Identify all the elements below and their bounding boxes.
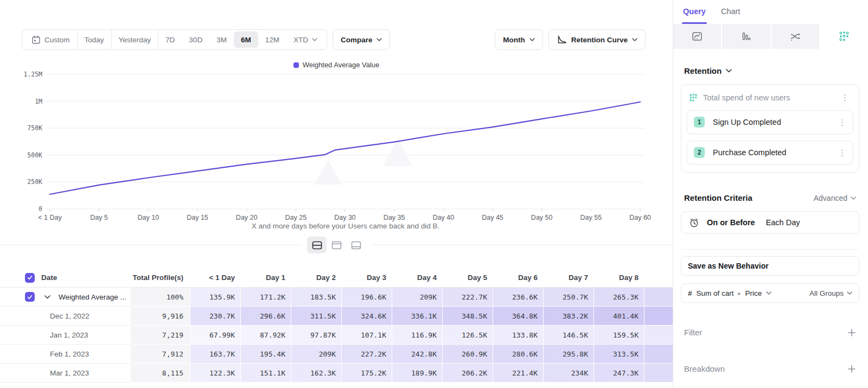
save-as-new-behavior-button[interactable]: Save as New Behavior bbox=[681, 256, 859, 276]
criteria-mode-dropdown[interactable]: Advanced bbox=[814, 194, 856, 202]
condition-window[interactable]: Each Day bbox=[766, 218, 800, 227]
flows-icon[interactable] bbox=[771, 24, 819, 49]
retention-cell[interactable]: 122.3K bbox=[190, 364, 240, 383]
range-yesterday[interactable]: Yesterday bbox=[112, 29, 159, 50]
retention-cell[interactable] bbox=[644, 307, 673, 326]
retention-cell[interactable]: 311.5K bbox=[291, 307, 341, 326]
range-3m[interactable]: 3M bbox=[209, 31, 234, 48]
retention-cell[interactable]: 383.2K bbox=[543, 307, 593, 326]
x-tick-label: Day 25 bbox=[285, 214, 307, 221]
table-only-toggle[interactable] bbox=[346, 237, 366, 253]
retention-cell[interactable]: 97.87K bbox=[291, 326, 341, 345]
retention-section-dropdown[interactable]: Retention bbox=[684, 66, 859, 75]
retention-cell[interactable]: 296.6K bbox=[240, 307, 291, 326]
retention-cell[interactable]: 151.1K bbox=[240, 364, 291, 383]
measure-subproperty[interactable]: Price bbox=[745, 289, 762, 297]
sidebar-tabs: Query Chart bbox=[673, 0, 868, 24]
expand-chevron-icon[interactable] bbox=[44, 295, 50, 299]
retention-cell[interactable]: 209K bbox=[291, 345, 341, 364]
compare-button[interactable]: Compare bbox=[333, 29, 391, 50]
retention-cell[interactable]: 260.9K bbox=[442, 345, 493, 364]
range-12m[interactable]: 12M bbox=[258, 31, 286, 48]
retention-cell[interactable]: 163.7K bbox=[190, 345, 240, 364]
query-sidebar: Query Chart Retention bbox=[673, 0, 868, 388]
retention-cell[interactable]: 236.6K bbox=[493, 288, 543, 307]
step-purchase-completed[interactable]: 2 Purchase Completed ⋮ bbox=[687, 141, 853, 164]
retention-cell[interactable]: 280.6K bbox=[493, 345, 543, 364]
retention-dots-icon[interactable] bbox=[820, 24, 868, 49]
measure-property-dropdown[interactable]: Sum of cart bbox=[697, 289, 734, 297]
bar-chart-icon[interactable] bbox=[722, 24, 770, 49]
table-row: Jan 1, 20237,21967.99K87.92K97.87K107.1K… bbox=[0, 326, 673, 345]
retention-cell[interactable]: 209K bbox=[392, 288, 442, 307]
retention-cell[interactable] bbox=[644, 364, 673, 383]
chart-only-toggle[interactable] bbox=[327, 237, 346, 253]
retention-cell[interactable]: 135.9K bbox=[190, 288, 240, 307]
add-filter-button[interactable] bbox=[847, 328, 856, 337]
range-7d[interactable]: 7D bbox=[158, 31, 182, 48]
retention-cell[interactable]: 234K bbox=[543, 364, 593, 383]
range-today[interactable]: Today bbox=[78, 29, 112, 50]
group-scope-dropdown[interactable]: All Groups bbox=[809, 289, 852, 297]
retention-cell[interactable]: 159.5K bbox=[593, 326, 644, 345]
retention-cell[interactable]: 250.7K bbox=[543, 288, 593, 307]
split-view-toggle[interactable] bbox=[307, 237, 327, 253]
retention-condition-card[interactable]: On or Before Each Day bbox=[681, 211, 859, 234]
retention-cell[interactable] bbox=[644, 288, 673, 307]
range-label: XTD bbox=[293, 36, 308, 44]
column-header: Date bbox=[41, 273, 57, 282]
x-tick-label: Day 10 bbox=[138, 214, 159, 221]
retention-cell[interactable]: 230.7K bbox=[190, 307, 240, 326]
retention-cell[interactable]: 227.2K bbox=[341, 345, 392, 364]
row-checkbox[interactable] bbox=[25, 292, 35, 302]
range-custom[interactable]: Custom bbox=[24, 29, 78, 50]
row-date-cell: Weighted Average ... bbox=[0, 288, 130, 307]
step-sign-up-completed[interactable]: 1 Sign Up Completed ⋮ bbox=[687, 110, 853, 134]
retention-cell[interactable]: 295.8K bbox=[543, 345, 593, 364]
range-6m[interactable]: 6M bbox=[234, 31, 258, 48]
range-xtd[interactable]: XTD bbox=[286, 31, 324, 48]
retention-cell[interactable]: 116.9K bbox=[392, 326, 442, 345]
retention-cell[interactable]: 196.6K bbox=[341, 288, 392, 307]
add-breakdown-button[interactable] bbox=[847, 365, 856, 373]
retention-cell[interactable]: 133.8K bbox=[493, 326, 543, 345]
x-tick-label: Day 5 bbox=[90, 214, 108, 221]
retention-cell[interactable]: 324.6K bbox=[341, 307, 392, 326]
retention-cell[interactable]: 222.7K bbox=[442, 288, 493, 307]
chart-type-button[interactable]: Retention Curve bbox=[548, 29, 646, 50]
retention-cell[interactable]: 107.1K bbox=[341, 326, 392, 345]
tab-chart[interactable]: Chart bbox=[721, 7, 740, 24]
retention-cell[interactable]: 364.8K bbox=[493, 307, 543, 326]
retention-cell[interactable]: 175.2K bbox=[341, 364, 392, 383]
retention-cell[interactable]: 206.2K bbox=[442, 364, 493, 383]
retention-cell[interactable]: 313.5K bbox=[593, 345, 644, 364]
retention-cell[interactable]: 162.3K bbox=[291, 364, 341, 383]
retention-table: DateTotal Profile(s)< 1 DayDay 1Day 2Day… bbox=[0, 268, 673, 383]
retention-cell[interactable]: 87.92K bbox=[240, 326, 291, 345]
range-30d[interactable]: 30D bbox=[182, 31, 209, 48]
retention-cell[interactable]: 242.8K bbox=[392, 345, 442, 364]
retention-cell[interactable]: 221.4K bbox=[493, 364, 543, 383]
retention-cell[interactable]: 401.4K bbox=[593, 307, 644, 326]
retention-cell[interactable]: 265.3K bbox=[593, 288, 644, 307]
condition-operator[interactable]: On or Before bbox=[707, 218, 755, 227]
tab-query[interactable]: Query bbox=[683, 7, 706, 24]
retention-cell[interactable]: 195.4K bbox=[240, 345, 291, 364]
retention-cell[interactable] bbox=[644, 345, 673, 364]
header-checkbox[interactable] bbox=[25, 273, 35, 283]
retention-cell[interactable]: 146.5K bbox=[543, 326, 593, 345]
step-menu-icon[interactable]: ⋮ bbox=[836, 117, 848, 128]
retention-cell[interactable]: 171.2K bbox=[240, 288, 291, 307]
behavior-menu-icon[interactable]: ⋮ bbox=[839, 92, 851, 103]
retention-cell[interactable]: 67.99K bbox=[190, 326, 240, 345]
retention-cell[interactable]: 189.9K bbox=[392, 364, 442, 383]
line-chart-icon[interactable] bbox=[673, 24, 721, 49]
retention-cell[interactable]: 348.5K bbox=[442, 307, 493, 326]
granularity-button[interactable]: Month bbox=[495, 29, 542, 50]
retention-cell[interactable] bbox=[644, 326, 673, 345]
step-menu-icon[interactable]: ⋮ bbox=[836, 148, 848, 158]
retention-cell[interactable]: 336.1K bbox=[392, 307, 442, 326]
retention-cell[interactable]: 126.5K bbox=[442, 326, 493, 345]
retention-cell[interactable]: 183.5K bbox=[291, 288, 341, 307]
retention-cell[interactable]: 247.3K bbox=[593, 364, 644, 383]
